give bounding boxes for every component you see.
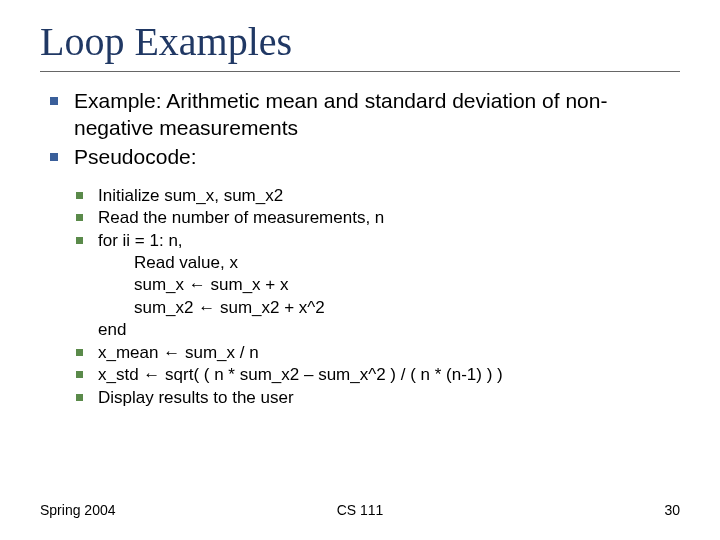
pseudocode-block: Read value, x sum_x ← sum_x + x sum_x2 ←… (72, 252, 680, 342)
pseudocode-line: Display results to the user (72, 387, 680, 409)
footer: Spring 2004 CS 111 30 (40, 502, 680, 518)
title-rule (40, 71, 680, 72)
pseudocode-line: Read the number of measurements, n (72, 207, 680, 229)
bullet-list: Example: Arithmetic mean and standard de… (44, 88, 680, 171)
pseudocode-line: for ii = 1: n, (72, 230, 680, 252)
pseudocode-list: Initialize sum_x, sum_x2 Read the number… (72, 185, 680, 252)
footer-page: 30 (664, 502, 680, 518)
pseudocode-line: sum_x ← sum_x + x (98, 274, 680, 296)
pseudocode-line: x_mean ← sum_x / n (72, 342, 680, 364)
pseudocode-line: Initialize sum_x, sum_x2 (72, 185, 680, 207)
bullet-item: Pseudocode: (44, 144, 680, 171)
pseudocode-line: end (98, 320, 126, 339)
slide-title: Loop Examples (40, 18, 680, 65)
bullet-item: Example: Arithmetic mean and standard de… (44, 88, 680, 142)
pseudocode-line: Read value, x (98, 252, 680, 274)
footer-center: CS 111 (40, 502, 680, 518)
slide: Loop Examples Example: Arithmetic mean a… (0, 0, 720, 540)
slide-body: Example: Arithmetic mean and standard de… (40, 88, 680, 409)
pseudocode-line: x_std ← sqrt( ( n * sum_x2 – sum_x^2 ) /… (72, 364, 680, 386)
footer-left: Spring 2004 (40, 502, 116, 518)
pseudocode-list: x_mean ← sum_x / n x_std ← sqrt( ( n * s… (72, 342, 680, 409)
pseudocode-line: sum_x2 ← sum_x2 + x^2 (98, 297, 680, 319)
